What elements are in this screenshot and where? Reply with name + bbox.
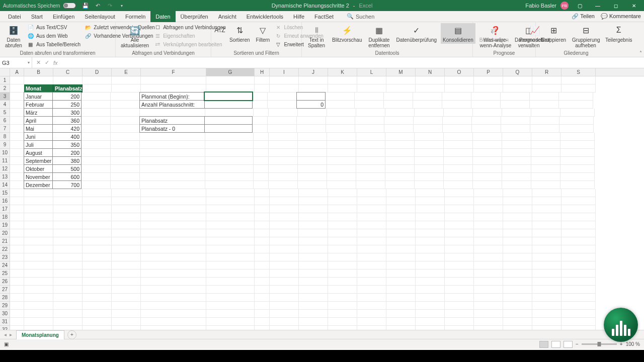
cell[interactable] [254, 109, 269, 117]
cell[interactable] [24, 318, 53, 326]
cell[interactable] [559, 125, 594, 133]
cell[interactable] [502, 165, 531, 173]
cell[interactable] [531, 165, 560, 173]
cell[interactable] [561, 229, 596, 237]
cell[interactable] [386, 205, 416, 213]
cell[interactable] [83, 278, 112, 286]
cell[interactable] [205, 173, 254, 181]
cell[interactable] [10, 181, 24, 189]
cell[interactable] [386, 253, 416, 261]
cell[interactable] [83, 326, 112, 330]
cell[interactable] [561, 318, 596, 326]
cell[interactable] [10, 294, 24, 302]
cell[interactable] [416, 278, 445, 286]
cell[interactable] [299, 286, 328, 294]
cell[interactable] [83, 213, 112, 221]
cell[interactable] [24, 269, 53, 278]
cell[interactable] [24, 197, 53, 205]
col-header[interactable]: S [561, 68, 596, 76]
cell[interactable] [327, 109, 356, 117]
formula-input[interactable] [62, 57, 644, 68]
cell[interactable] [204, 92, 253, 101]
cell[interactable] [474, 221, 503, 229]
consolidate[interactable]: ▤Konsolidieren [441, 23, 475, 44]
cell[interactable] [445, 302, 474, 310]
cell[interactable] [501, 93, 530, 101]
cell[interactable]: Planabsatz [139, 116, 205, 125]
cell[interactable]: März [24, 108, 53, 117]
cell[interactable] [112, 84, 141, 93]
cell[interactable] [10, 189, 24, 197]
cell[interactable] [10, 141, 24, 149]
cell[interactable] [269, 157, 298, 165]
cell[interactable] [445, 269, 474, 278]
cell[interactable] [474, 213, 503, 221]
cell[interactable] [416, 84, 445, 93]
cell[interactable] [445, 84, 474, 93]
cell[interactable] [560, 149, 595, 157]
cell[interactable] [386, 84, 416, 93]
cell[interactable] [111, 165, 140, 173]
filter-button[interactable]: ▽Filtern [254, 23, 272, 44]
cell[interactable] [83, 269, 112, 278]
cell[interactable] [532, 76, 561, 84]
cell[interactable] [474, 84, 503, 93]
cell[interactable] [414, 125, 443, 133]
cell[interactable] [444, 157, 473, 165]
cell[interactable] [445, 310, 474, 318]
cell[interactable] [206, 221, 255, 229]
cell[interactable] [386, 189, 416, 197]
cell[interactable] [386, 213, 416, 221]
cell[interactable] [444, 133, 473, 141]
cell[interactable] [355, 101, 384, 109]
cell[interactable] [442, 101, 471, 109]
cell[interactable] [445, 278, 474, 286]
cell[interactable] [561, 253, 596, 261]
select-all-corner[interactable] [0, 68, 10, 76]
cell[interactable] [355, 93, 384, 101]
cell[interactable] [24, 213, 53, 221]
cell[interactable] [503, 278, 532, 286]
cell[interactable] [357, 205, 386, 213]
cell[interactable] [206, 197, 255, 205]
cell[interactable] [473, 165, 502, 173]
cell[interactable] [501, 101, 530, 109]
cell[interactable] [141, 76, 206, 84]
col-header[interactable]: K [328, 68, 357, 76]
cell[interactable] [298, 181, 327, 189]
row-header[interactable]: 21 [0, 237, 10, 245]
cell[interactable] [112, 205, 141, 213]
cell[interactable] [327, 165, 356, 173]
cell[interactable] [10, 101, 24, 109]
cell[interactable] [530, 117, 559, 125]
cell[interactable] [270, 294, 299, 302]
refresh-all-button[interactable]: 🔄 Alle aktualisieren [119, 23, 151, 49]
cell[interactable] [255, 310, 270, 318]
spreadsheet-grid[interactable]: ABCDEFGHIJKLMNOPQRS 12MonatPlanabsatz3Ja… [0, 68, 644, 330]
collapse-ribbon-icon[interactable]: ˄ [639, 50, 642, 56]
cell[interactable] [82, 117, 111, 125]
cell[interactable] [532, 269, 561, 278]
cell[interactable] [255, 237, 270, 245]
row-header[interactable]: 10 [0, 149, 10, 157]
cell[interactable] [269, 165, 298, 173]
cell[interactable] [559, 101, 593, 109]
cell[interactable] [326, 117, 355, 125]
cell[interactable] [532, 294, 561, 302]
cell[interactable] [357, 245, 386, 253]
tab-einfügen[interactable]: Einfügen [48, 11, 79, 22]
cell[interactable] [10, 253, 24, 261]
record-macro-icon[interactable]: ▣ [4, 341, 9, 347]
cell[interactable] [140, 149, 205, 157]
cell[interactable] [384, 117, 414, 125]
cell[interactable] [24, 326, 53, 330]
qat-more-icon[interactable]: ▾ [118, 2, 125, 9]
cell[interactable] [356, 173, 385, 181]
page-layout-view-button[interactable] [551, 341, 560, 348]
cell[interactable] [561, 269, 596, 278]
cell[interactable] [299, 302, 328, 310]
cell[interactable] [10, 109, 24, 117]
cell[interactable] [299, 229, 328, 237]
col-header[interactable]: F [141, 68, 206, 76]
cell[interactable] [205, 165, 254, 173]
